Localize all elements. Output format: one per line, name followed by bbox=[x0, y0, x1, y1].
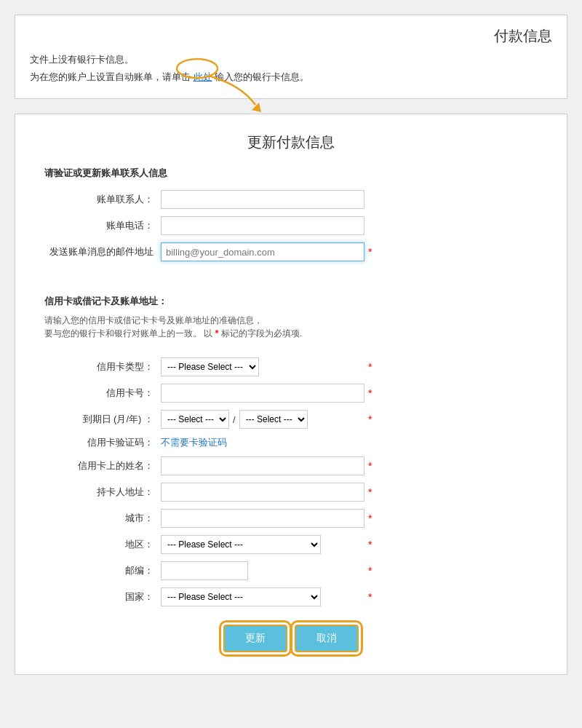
contact-name-row: 账单联系人： bbox=[44, 190, 538, 209]
region-select[interactable]: --- Please Select --- bbox=[161, 535, 321, 554]
name-on-card-input-wrapper bbox=[161, 456, 364, 475]
name-on-card-row: 信用卡上的姓名： * bbox=[44, 456, 538, 475]
no-card-message: 文件上没有银行卡信息。 bbox=[30, 53, 552, 66]
billing-contact-section-label: 请验证或更新账单联系人信息 bbox=[44, 167, 538, 180]
cvv-row: 信用卡验证码： 不需要卡验证码 bbox=[44, 436, 538, 449]
no-cvv-link[interactable]: 不需要卡验证码 bbox=[161, 437, 227, 448]
cvv-link-wrapper: 不需要卡验证码 bbox=[161, 436, 364, 449]
city-label: 城市： bbox=[44, 512, 161, 525]
name-on-card-required-star: * bbox=[368, 460, 372, 472]
billing-address-input[interactable] bbox=[161, 483, 364, 502]
contact-name-label: 账单联系人： bbox=[44, 193, 161, 206]
update-payment-form: 更新付款信息 请验证或更新账单联系人信息 账单联系人： 账单电话： 发送账单消息… bbox=[15, 114, 567, 675]
billing-address-label: 持卡人地址： bbox=[44, 486, 161, 499]
city-input[interactable] bbox=[161, 509, 364, 528]
expiry-select-group: --- Select --- 010203 040506 070809 1011… bbox=[161, 410, 364, 429]
expiry-label: 到期日 (月/年) ： bbox=[44, 413, 161, 426]
country-required-star: * bbox=[368, 591, 372, 603]
setup-text-before: 为在您的账户上设置自动账单，请单击 bbox=[30, 71, 191, 82]
cc-number-input[interactable] bbox=[161, 384, 364, 403]
contact-phone-input[interactable] bbox=[161, 216, 364, 235]
country-select-wrapper: --- Please Select --- China United State… bbox=[161, 587, 364, 606]
contact-phone-label: 账单电话： bbox=[44, 219, 161, 232]
contact-name-input-wrapper bbox=[161, 190, 364, 209]
contact-phone-row: 账单电话： bbox=[44, 216, 538, 235]
city-row: 城市： * bbox=[44, 509, 538, 528]
zip-label: 邮编： bbox=[44, 564, 161, 577]
payment-info-panel: 付款信息 文件上没有银行卡信息。 为在您的账户上设置自动账单，请单击 此处 输入… bbox=[15, 15, 567, 99]
email-row: 发送账单消息的邮件地址 * bbox=[44, 242, 538, 261]
zip-input-wrapper bbox=[161, 561, 364, 580]
cc-number-required-star: * bbox=[368, 387, 372, 399]
cc-number-input-wrapper bbox=[161, 384, 364, 403]
region-select-wrapper: --- Please Select --- bbox=[161, 535, 364, 554]
contact-name-input[interactable] bbox=[161, 190, 364, 209]
cc-type-row: 信用卡类型： --- Please Select --- Visa Master… bbox=[44, 357, 538, 376]
region-row: 地区： --- Please Select --- * bbox=[44, 535, 538, 554]
info-line2-part1: 要与您的银行卡和银行对账单上的一致。 以 bbox=[44, 328, 215, 339]
info-line2-part2: 标记的字段为必填项. bbox=[218, 328, 302, 339]
credit-card-section-label: 信用卡或借记卡及账单地址： bbox=[44, 295, 538, 308]
zip-row: 邮编： * bbox=[44, 561, 538, 580]
cvv-label: 信用卡验证码： bbox=[44, 436, 161, 449]
zip-required-star: * bbox=[368, 565, 372, 577]
region-label: 地区： bbox=[44, 538, 161, 551]
cc-type-label: 信用卡类型： bbox=[44, 360, 161, 373]
email-input-wrapper bbox=[161, 242, 364, 261]
billing-address-required-star: * bbox=[368, 486, 372, 498]
email-required-star: * bbox=[368, 246, 372, 258]
button-row: 更新 取消 bbox=[44, 625, 538, 652]
expiry-month-select[interactable]: --- Select --- 010203 040506 070809 1011… bbox=[161, 410, 229, 429]
cc-number-label: 信用卡号： bbox=[44, 387, 161, 400]
country-label: 国家： bbox=[44, 590, 161, 604]
country-row: 国家： --- Please Select --- China United S… bbox=[44, 587, 538, 606]
expiry-row: 到期日 (月/年) ： --- Select --- 010203 040506… bbox=[44, 410, 538, 429]
city-input-wrapper bbox=[161, 509, 364, 528]
cancel-button[interactable]: 取消 bbox=[295, 625, 359, 652]
svg-marker-1 bbox=[252, 103, 261, 112]
zip-input[interactable] bbox=[161, 561, 248, 580]
form-title: 更新付款信息 bbox=[44, 132, 538, 152]
email-label: 发送账单消息的邮件地址 bbox=[44, 245, 161, 258]
billing-address-input-wrapper bbox=[161, 483, 364, 502]
page-title: 付款信息 bbox=[30, 26, 552, 46]
region-required-star: * bbox=[368, 539, 372, 550]
credit-card-info-text: 请输入您的信用卡或借记卡卡号及账单地址的准确信息， 要与您的银行卡和银行对账单上… bbox=[44, 314, 538, 340]
setup-link[interactable]: 此处 bbox=[194, 71, 212, 82]
expiry-year-select[interactable]: --- Select --- 202420252026 202720282029… bbox=[239, 410, 308, 429]
expiry-separator: / bbox=[233, 414, 236, 425]
name-on-card-input[interactable] bbox=[161, 456, 364, 475]
country-select[interactable]: --- Please Select --- China United State… bbox=[161, 587, 321, 606]
cc-number-row: 信用卡号： * bbox=[44, 384, 538, 403]
cc-type-select-wrapper: --- Please Select --- Visa MasterCard Am… bbox=[161, 357, 364, 376]
contact-phone-input-wrapper bbox=[161, 216, 364, 235]
billing-address-row: 持卡人地址： * bbox=[44, 483, 538, 502]
setup-link-line: 为在您的账户上设置自动账单，请单击 此处 输入您的银行卡信息。 bbox=[30, 71, 552, 84]
cc-type-select[interactable]: --- Please Select --- Visa MasterCard Am… bbox=[161, 357, 259, 376]
expiry-required-star: * bbox=[368, 414, 372, 425]
email-input[interactable] bbox=[161, 242, 364, 261]
expiry-selects-wrapper: --- Select --- 010203 040506 070809 1011… bbox=[161, 410, 364, 429]
update-button[interactable]: 更新 bbox=[223, 625, 287, 652]
name-on-card-label: 信用卡上的姓名： bbox=[44, 459, 161, 472]
setup-text-after: 输入您的银行卡信息。 bbox=[215, 71, 309, 82]
cc-type-required-star: * bbox=[368, 361, 372, 373]
city-required-star: * bbox=[368, 513, 372, 524]
